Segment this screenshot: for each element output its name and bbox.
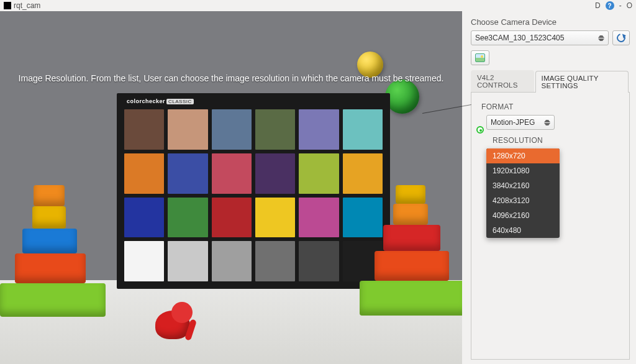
colorchecker-label: colorcheckerCLASSIC: [127, 98, 194, 104]
device-select-value: See3CAM_130_1523C405: [475, 34, 564, 42]
color-swatch: [299, 153, 338, 194]
resolution-option[interactable]: 1280x720: [486, 148, 560, 163]
color-swatch: [168, 153, 207, 194]
color-swatch: [255, 198, 295, 238]
color-swatch: [212, 153, 252, 194]
spinner-icon: [598, 33, 604, 43]
green-ball: [385, 80, 419, 114]
tooltip-overlay: Image Resolution. From the list, User ca…: [0, 73, 462, 83]
resolution-option[interactable]: 4208x3120: [486, 193, 560, 208]
resolution-option[interactable]: 1920x1080: [486, 163, 560, 178]
format-value: Motion-JPEG: [491, 118, 535, 127]
color-swatch: [168, 241, 207, 281]
tab-image-quality-settings[interactable]: IMAGE QUALITY SETTINGS: [535, 71, 629, 93]
block-stack-right: [357, 185, 462, 328]
sidebar-panel: Choose Camera Device See3CAM_130_1523C40…: [462, 11, 636, 364]
format-select[interactable]: Motion-JPEG: [486, 115, 555, 130]
color-swatch: [255, 241, 295, 281]
refresh-button[interactable]: [612, 30, 630, 45]
color-swatch: [299, 109, 338, 150]
title-bar: rqt_cam D ? - O: [0, 0, 636, 11]
resolution-dropdown-list[interactable]: 1280x7201920x10803840x21604208x31204096x…: [486, 148, 560, 238]
image-icon: [475, 53, 485, 62]
device-select[interactable]: See3CAM_130_1523C405: [471, 30, 609, 45]
image-quality-panel: FORMAT Motion-JPEG RESOLUTION 1280x72019…: [471, 93, 630, 360]
toy-block: [22, 229, 77, 253]
block-stack-left: [0, 185, 108, 328]
resolution-option[interactable]: 4096x2160: [486, 208, 560, 223]
toy-block: [0, 283, 106, 317]
color-swatch: [124, 109, 164, 150]
titlebar-min[interactable]: -: [619, 1, 622, 10]
color-swatch: [299, 198, 338, 238]
color-swatch: [124, 198, 164, 238]
settings-tabs: V4L2 CONTROLS IMAGE QUALITY SETTINGS: [471, 70, 630, 93]
spinner-icon: [544, 117, 550, 127]
red-elephant-toy: [149, 292, 199, 342]
toy-block: [32, 206, 66, 229]
resolution-option[interactable]: 3840x2160: [486, 178, 560, 193]
resolution-label: RESOLUTION: [493, 136, 622, 145]
titlebar-o[interactable]: O: [627, 1, 632, 10]
main-area: colorcheckerCLASSIC Image Resolution. Fr…: [0, 11, 636, 364]
toy-block: [15, 253, 86, 283]
color-swatch: [255, 153, 295, 194]
color-swatch: [212, 198, 252, 238]
color-swatch: [168, 109, 207, 150]
color-swatch: [124, 153, 164, 194]
colorchecker-chart: colorcheckerCLASSIC: [117, 93, 390, 289]
window-icon: [4, 2, 11, 9]
toy-block: [360, 281, 462, 316]
toy-block: [396, 185, 425, 204]
toy-block: [393, 204, 428, 225]
color-swatch: [168, 198, 207, 238]
color-swatch: [212, 109, 252, 150]
color-swatch: [255, 109, 295, 150]
color-swatch: [124, 241, 164, 281]
preview-scene: colorcheckerCLASSIC: [0, 11, 462, 364]
titlebar-d[interactable]: D: [595, 1, 601, 10]
toy-block: [375, 251, 449, 281]
tab-v4l2-controls[interactable]: V4L2 CONTROLS: [471, 70, 534, 92]
resolution-option[interactable]: 640x480: [486, 223, 560, 238]
color-swatch: [343, 109, 383, 150]
color-swatch: [299, 241, 338, 281]
choose-device-label: Choose Camera Device: [471, 17, 630, 27]
toy-block: [34, 185, 65, 206]
help-icon[interactable]: ?: [606, 1, 614, 10]
camera-preview: colorcheckerCLASSIC Image Resolution. Fr…: [0, 11, 462, 364]
refresh-icon: [615, 32, 627, 43]
snapshot-button[interactable]: [471, 50, 489, 65]
format-label: FORMAT: [481, 102, 622, 111]
toy-block: [383, 225, 440, 251]
color-swatch: [212, 241, 252, 281]
callout-marker: [476, 126, 484, 134]
window-title: rqt_cam: [14, 1, 40, 10]
